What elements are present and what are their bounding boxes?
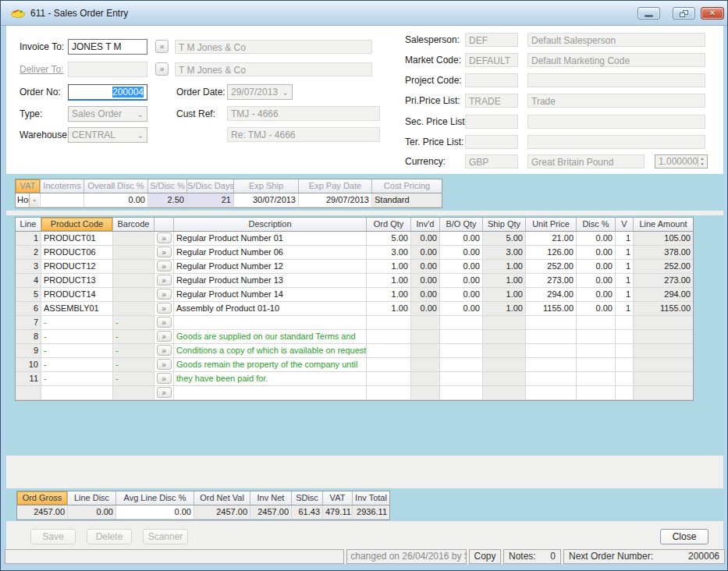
line-detail-button[interactable]: » [157,261,172,271]
sdisc-days-cell[interactable]: 21 [187,193,234,207]
cell-vat-code[interactable]: 1 [616,246,634,260]
cell-disc[interactable]: 0.00 [577,232,616,246]
cell-disc[interactable]: 0.00 [577,260,616,274]
cell-unit-price[interactable] [526,330,577,344]
totals-value[interactable]: 0.00 [116,505,194,520]
cell-vat-code[interactable]: 1 [616,232,634,246]
cell-unit-price[interactable] [526,344,577,358]
cell-ord-qty[interactable]: 3.00 [367,246,411,260]
cell-vat-code[interactable] [616,386,634,400]
line-detail-button[interactable]: » [157,317,172,328]
cell-vat-code[interactable] [616,330,634,344]
cell-unit-price[interactable]: 252.00 [526,260,577,274]
cell-ord-qty[interactable] [367,386,411,400]
cell-product-code[interactable]: - [41,358,113,372]
cell-description[interactable]: Goods remain the property of the company… [174,358,367,372]
cell-unit-price[interactable]: 1155.00 [526,302,577,316]
cell-product-code[interactable]: - [41,316,113,330]
cell-product-code[interactable]: ASSEMBLY01 [41,302,113,316]
restore-button[interactable] [673,7,695,20]
exp-pay-date-cell[interactable]: 29/07/2013 [299,193,372,207]
deliver-to-lookup-button[interactable]: » [155,62,169,76]
titlebar[interactable]: 611 - Sales Order Entry ✕ [1,1,727,26]
cell-product-code[interactable]: PRODUCT12 [41,260,113,274]
cell-ord-qty[interactable]: 1.00 [367,274,411,288]
cell-vat-code[interactable]: 1 [616,260,634,274]
cell-disc[interactable] [577,372,616,386]
cell-disc[interactable]: 0.00 [577,288,616,302]
cell-ord-qty[interactable]: 5.00 [367,232,411,246]
close-button[interactable]: Close [660,529,708,544]
cell-unit-price[interactable]: 294.00 [526,288,577,302]
cell-product-code[interactable]: - [41,330,113,344]
cell-disc[interactable] [577,358,616,372]
line-detail-button[interactable]: » [157,303,172,314]
cell-disc[interactable]: 0.00 [577,246,616,260]
cell-vat-code[interactable]: 1 [616,288,634,302]
cell-disc[interactable]: 0.00 [577,274,616,288]
deliver-to-label[interactable]: Deliver To: [20,64,63,75]
save-button[interactable]: Save [30,529,76,544]
cell-unit-price[interactable] [526,358,577,372]
cell-unit-price[interactable] [526,316,577,330]
cell-unit-price[interactable] [526,372,577,386]
line-detail-button[interactable]: » [157,232,172,243]
cell-disc[interactable] [577,344,616,358]
order-no-input[interactable]: 200004 [68,84,147,101]
cell-vat-code[interactable] [616,344,634,358]
cell-product-code[interactable]: PRODUCT13 [41,274,113,288]
line-detail-button[interactable]: » [157,275,172,286]
cell-bo-qty[interactable] [440,330,483,344]
cell-bo-qty[interactable] [440,316,483,330]
scanner-button[interactable]: Scanner [143,529,188,544]
cell-vat-code[interactable]: 1 [616,274,634,288]
cell-bo-qty[interactable]: 0.00 [440,260,483,274]
cell-vat-code[interactable]: 1 [616,302,634,316]
incoterms-cell[interactable] [41,193,84,207]
cell-description[interactable]: Goods are supplied on our standard Terms… [174,330,367,344]
cell-ord-qty[interactable] [367,330,411,344]
cell-product-code[interactable]: - [41,344,113,358]
line-detail-button[interactable]: » [157,373,172,384]
line-detail-button[interactable]: » [157,289,172,300]
cell-unit-price[interactable] [526,386,577,400]
currency-rate-spinner[interactable]: 1.000000 ▲▼ [655,154,708,168]
cell-bo-qty[interactable] [440,372,483,386]
cell-ord-qty[interactable]: 1.00 [367,302,411,316]
cell-bo-qty[interactable]: 0.00 [440,246,483,260]
cell-description[interactable]: Conditions a copy of which is available … [174,344,367,358]
cell-product-code[interactable]: PRODUCT06 [41,246,113,260]
cell-description[interactable] [174,386,367,400]
cell-ord-qty[interactable] [367,316,411,330]
cell-bo-qty[interactable] [440,358,483,372]
cell-description[interactable]: Regular Product Number 06 [174,246,367,260]
cell-description[interactable]: Regular Product Number 01 [174,232,367,246]
cell-product-code[interactable] [41,386,113,400]
invoice-to-lookup-button[interactable]: » [155,40,169,53]
exp-ship-cell[interactable]: 30/07/2013 [234,193,299,207]
line-detail-button[interactable]: » [157,246,172,257]
cell-description[interactable]: they have been paid for. [174,372,367,386]
line-detail-button[interactable]: » [157,331,172,342]
cell-disc[interactable] [577,316,616,330]
sdisc-cell[interactable]: 2.50 [148,193,187,207]
cell-bo-qty[interactable]: 0.00 [440,302,483,316]
overall-disc-cell[interactable]: 0.00 [84,193,148,207]
close-window-button[interactable]: ✕ [701,7,724,20]
cell-unit-price[interactable]: 21.00 [526,232,577,246]
cell-product-code[interactable]: PRODUCT14 [41,288,113,302]
cell-ord-qty[interactable]: 1.00 [367,260,411,274]
cell-description[interactable] [174,316,367,330]
cell-bo-qty[interactable]: 0.00 [440,232,483,246]
cell-unit-price[interactable]: 126.00 [526,246,577,260]
spinner-arrows-icon[interactable]: ▲▼ [698,156,706,167]
line-detail-button[interactable]: » [157,345,172,356]
cell-ord-qty[interactable] [367,344,411,358]
cell-ord-qty[interactable]: 1.00 [367,288,411,302]
cell-disc[interactable]: 0.00 [577,302,616,316]
vat-code-select[interactable]: Home⌄ [16,193,41,207]
cell-ord-qty[interactable] [367,358,411,372]
line-detail-button[interactable]: » [157,359,172,370]
cell-vat-code[interactable] [616,316,634,330]
line-detail-button[interactable]: » [157,387,172,398]
